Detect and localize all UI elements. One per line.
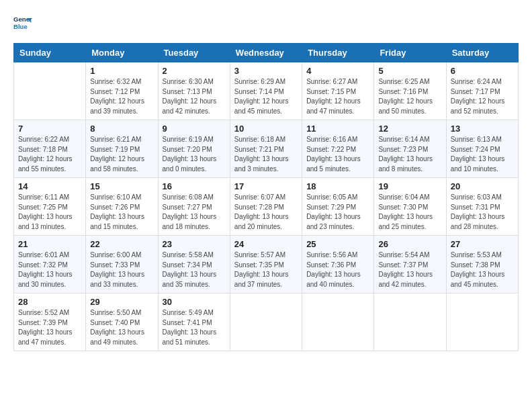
calendar-cell [302, 293, 374, 351]
day-info: Sunrise: 5:53 AM Sunset: 7:38 PM Dayligh… [451, 250, 514, 289]
day-number: 9 [163, 124, 226, 134]
calendar-cell: 10Sunrise: 6:18 AM Sunset: 7:21 PM Dayli… [230, 120, 302, 178]
day-number: 11 [306, 124, 369, 134]
calendar-cell [230, 293, 302, 351]
day-number: 2 [163, 66, 226, 76]
day-number: 29 [90, 297, 153, 307]
calendar-header-row: SundayMondayTuesdayWednesdayThursdayFrid… [14, 44, 519, 62]
day-info: Sunrise: 6:30 AM Sunset: 7:13 PM Dayligh… [163, 77, 226, 116]
day-number: 10 [234, 124, 298, 134]
logo-icon: General Blue [13, 13, 32, 32]
calendar-cell: 12Sunrise: 6:14 AM Sunset: 7:23 PM Dayli… [374, 120, 446, 178]
weekday-header-saturday: Saturday [446, 44, 518, 62]
calendar-week-5: 28Sunrise: 5:52 AM Sunset: 7:39 PM Dayli… [14, 293, 519, 351]
day-info: Sunrise: 5:56 AM Sunset: 7:36 PM Dayligh… [306, 250, 369, 289]
calendar-cell: 22Sunrise: 6:00 AM Sunset: 7:33 PM Dayli… [86, 236, 158, 293]
day-number: 25 [306, 239, 369, 249]
calendar-table: SundayMondayTuesdayWednesdayThursdayFrid… [13, 43, 519, 351]
day-info: Sunrise: 6:18 AM Sunset: 7:21 PM Dayligh… [234, 135, 298, 174]
calendar-cell: 28Sunrise: 5:52 AM Sunset: 7:39 PM Dayli… [14, 293, 86, 351]
day-number: 26 [378, 239, 441, 249]
day-number: 19 [378, 181, 441, 191]
calendar-cell: 13Sunrise: 6:13 AM Sunset: 7:24 PM Dayli… [446, 120, 518, 178]
day-info: Sunrise: 6:27 AM Sunset: 7:15 PM Dayligh… [306, 77, 369, 116]
day-info: Sunrise: 6:04 AM Sunset: 7:30 PM Dayligh… [378, 193, 441, 232]
calendar-cell [446, 293, 518, 351]
calendar-cell: 1Sunrise: 6:32 AM Sunset: 7:12 PM Daylig… [86, 62, 158, 120]
day-number: 23 [163, 239, 226, 249]
day-info: Sunrise: 6:16 AM Sunset: 7:22 PM Dayligh… [306, 135, 369, 174]
day-number: 30 [163, 297, 226, 307]
calendar-cell: 15Sunrise: 6:10 AM Sunset: 7:26 PM Dayli… [86, 178, 158, 236]
day-number: 1 [90, 66, 153, 76]
day-info: Sunrise: 6:19 AM Sunset: 7:20 PM Dayligh… [163, 135, 226, 174]
calendar-cell [374, 293, 446, 351]
day-info: Sunrise: 6:32 AM Sunset: 7:12 PM Dayligh… [90, 77, 153, 116]
day-number: 28 [18, 297, 81, 307]
weekday-header-monday: Monday [86, 44, 158, 62]
calendar-cell: 2Sunrise: 6:30 AM Sunset: 7:13 PM Daylig… [158, 62, 230, 120]
calendar-cell: 16Sunrise: 6:08 AM Sunset: 7:27 PM Dayli… [158, 178, 230, 236]
day-number: 12 [378, 124, 441, 134]
weekday-header-wednesday: Wednesday [230, 44, 302, 62]
day-number: 22 [90, 239, 153, 249]
calendar-cell: 24Sunrise: 5:57 AM Sunset: 7:35 PM Dayli… [230, 236, 302, 293]
calendar-cell: 9Sunrise: 6:19 AM Sunset: 7:20 PM Daylig… [158, 120, 230, 178]
calendar-cell: 29Sunrise: 5:50 AM Sunset: 7:40 PM Dayli… [86, 293, 158, 351]
calendar-cell: 23Sunrise: 5:58 AM Sunset: 7:34 PM Dayli… [158, 236, 230, 293]
calendar-week-4: 21Sunrise: 6:01 AM Sunset: 7:32 PM Dayli… [14, 236, 519, 293]
calendar-cell: 27Sunrise: 5:53 AM Sunset: 7:38 PM Dayli… [446, 236, 518, 293]
day-info: Sunrise: 6:11 AM Sunset: 7:25 PM Dayligh… [18, 193, 81, 232]
day-number: 27 [451, 239, 514, 249]
day-info: Sunrise: 6:10 AM Sunset: 7:26 PM Dayligh… [90, 193, 153, 232]
calendar-cell: 21Sunrise: 6:01 AM Sunset: 7:32 PM Dayli… [14, 236, 86, 293]
calendar-cell: 14Sunrise: 6:11 AM Sunset: 7:25 PM Dayli… [14, 178, 86, 236]
day-number: 4 [306, 66, 369, 76]
day-info: Sunrise: 6:14 AM Sunset: 7:23 PM Dayligh… [378, 135, 441, 174]
weekday-header-sunday: Sunday [14, 44, 86, 62]
day-info: Sunrise: 6:13 AM Sunset: 7:24 PM Dayligh… [451, 135, 514, 174]
day-number: 14 [18, 181, 81, 191]
calendar-cell: 8Sunrise: 6:21 AM Sunset: 7:19 PM Daylig… [86, 120, 158, 178]
calendar-cell: 4Sunrise: 6:27 AM Sunset: 7:15 PM Daylig… [302, 62, 374, 120]
day-info: Sunrise: 5:54 AM Sunset: 7:37 PM Dayligh… [378, 250, 441, 289]
day-number: 16 [163, 181, 226, 191]
calendar-cell: 5Sunrise: 6:25 AM Sunset: 7:16 PM Daylig… [374, 62, 446, 120]
weekday-header-thursday: Thursday [302, 44, 374, 62]
day-info: Sunrise: 6:03 AM Sunset: 7:31 PM Dayligh… [451, 193, 514, 232]
calendar-cell: 20Sunrise: 6:03 AM Sunset: 7:31 PM Dayli… [446, 178, 518, 236]
day-number: 3 [234, 66, 298, 76]
svg-text:Blue: Blue [13, 23, 28, 30]
day-info: Sunrise: 6:21 AM Sunset: 7:19 PM Dayligh… [90, 135, 153, 174]
day-info: Sunrise: 6:00 AM Sunset: 7:33 PM Dayligh… [90, 250, 153, 289]
day-number: 24 [234, 239, 298, 249]
logo: General Blue [13, 13, 35, 32]
calendar-cell: 30Sunrise: 5:49 AM Sunset: 7:41 PM Dayli… [158, 293, 230, 351]
calendar-cell: 7Sunrise: 6:22 AM Sunset: 7:18 PM Daylig… [14, 120, 86, 178]
calendar-cell: 18Sunrise: 6:05 AM Sunset: 7:29 PM Dayli… [302, 178, 374, 236]
day-info: Sunrise: 5:57 AM Sunset: 7:35 PM Dayligh… [234, 250, 298, 289]
day-info: Sunrise: 6:08 AM Sunset: 7:27 PM Dayligh… [163, 193, 226, 232]
day-number: 8 [90, 124, 153, 134]
day-info: Sunrise: 5:50 AM Sunset: 7:40 PM Dayligh… [90, 308, 153, 347]
day-info: Sunrise: 6:22 AM Sunset: 7:18 PM Dayligh… [18, 135, 81, 174]
day-info: Sunrise: 5:52 AM Sunset: 7:39 PM Dayligh… [18, 308, 81, 347]
page-header: General Blue [13, 13, 519, 32]
calendar-week-2: 7Sunrise: 6:22 AM Sunset: 7:18 PM Daylig… [14, 120, 519, 178]
day-number: 15 [90, 181, 153, 191]
calendar-cell: 17Sunrise: 6:07 AM Sunset: 7:28 PM Dayli… [230, 178, 302, 236]
day-number: 18 [306, 181, 369, 191]
calendar-cell: 19Sunrise: 6:04 AM Sunset: 7:30 PM Dayli… [374, 178, 446, 236]
day-number: 5 [378, 66, 441, 76]
calendar-week-3: 14Sunrise: 6:11 AM Sunset: 7:25 PM Dayli… [14, 178, 519, 236]
calendar-cell: 25Sunrise: 5:56 AM Sunset: 7:36 PM Dayli… [302, 236, 374, 293]
day-info: Sunrise: 6:05 AM Sunset: 7:29 PM Dayligh… [306, 193, 369, 232]
day-number: 17 [234, 181, 298, 191]
day-info: Sunrise: 5:49 AM Sunset: 7:41 PM Dayligh… [163, 308, 226, 347]
day-number: 6 [451, 66, 514, 76]
day-number: 7 [18, 124, 81, 134]
calendar-cell: 26Sunrise: 5:54 AM Sunset: 7:37 PM Dayli… [374, 236, 446, 293]
weekday-header-friday: Friday [374, 44, 446, 62]
day-info: Sunrise: 5:58 AM Sunset: 7:34 PM Dayligh… [163, 250, 226, 289]
day-number: 13 [451, 124, 514, 134]
